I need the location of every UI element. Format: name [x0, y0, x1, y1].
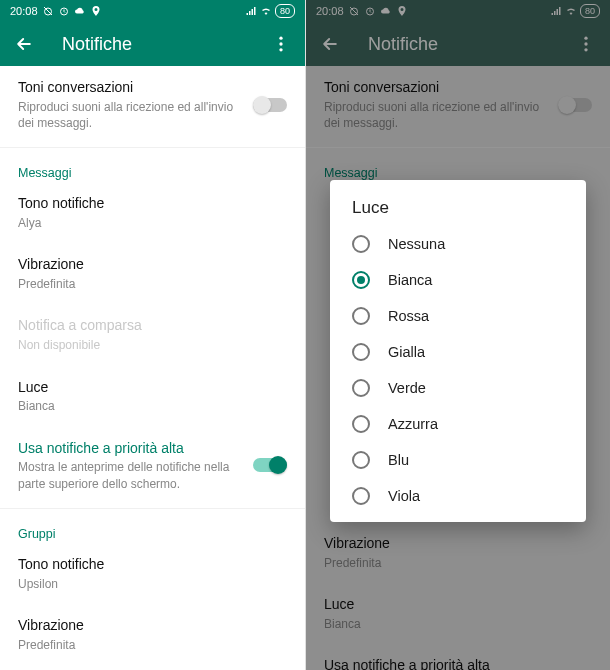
setting-title: Usa notifiche a priorità alta [18, 439, 235, 458]
section-header-messages: Messaggi [0, 152, 305, 182]
setting-value: Predefinita [18, 276, 287, 292]
svg-point-4 [279, 48, 282, 51]
radio-icon [352, 379, 370, 397]
setting-message-popup: Notifica a comparsa Non disponibile [0, 304, 305, 365]
option-viola[interactable]: Viola [330, 478, 586, 514]
toggle-conversation-tones[interactable] [253, 96, 287, 114]
setting-title: Tono notifiche [18, 194, 287, 213]
cloud-icon [74, 5, 86, 17]
location-icon [90, 5, 102, 17]
setting-value: Bianca [18, 398, 287, 414]
setting-message-vibration[interactable]: Vibrazione Predefinita [0, 243, 305, 304]
radio-icon [352, 487, 370, 505]
option-label: Viola [388, 488, 420, 504]
option-blu[interactable]: Blu [330, 442, 586, 478]
overflow-menu-button[interactable] [265, 28, 297, 60]
option-verde[interactable]: Verde [330, 370, 586, 406]
setting-group-vibration[interactable]: Vibrazione Predefinita [0, 604, 305, 665]
option-label: Bianca [388, 272, 432, 288]
radio-icon [352, 451, 370, 469]
radio-icon [352, 235, 370, 253]
setting-title: Tono notifiche [18, 555, 287, 574]
alarm-icon [58, 5, 70, 17]
alarm-off-icon [42, 5, 54, 17]
svg-point-2 [279, 37, 282, 40]
wifi-icon [260, 5, 272, 17]
setting-conversation-tones[interactable]: Toni conversazioni Riproduci suoni alla … [0, 66, 305, 143]
section-header-groups: Gruppi [0, 513, 305, 543]
option-label: Blu [388, 452, 409, 468]
setting-subtitle: Riproduci suoni alla ricezione ed all'in… [18, 99, 235, 131]
status-time: 20:08 [10, 5, 38, 17]
setting-title: Toni conversazioni [18, 78, 235, 97]
dialog-title: Luce [330, 198, 586, 226]
setting-value: Predefinita [18, 637, 287, 653]
svg-point-3 [279, 42, 282, 45]
setting-message-light[interactable]: Luce Bianca [0, 366, 305, 427]
page-title: Notifiche [62, 34, 265, 55]
setting-value: Alya [18, 215, 287, 231]
back-button[interactable] [8, 28, 40, 60]
setting-title: Luce [18, 378, 287, 397]
battery-indicator: 80 [275, 4, 295, 18]
setting-value: Non disponibile [18, 337, 287, 353]
setting-group-tone[interactable]: Tono notifiche Upsilon [0, 543, 305, 604]
light-dialog: Luce Nessuna Bianca Rossa Gialla Verde A… [330, 180, 586, 522]
divider [0, 508, 305, 509]
setting-title: Notifica a comparsa [18, 316, 287, 335]
option-label: Azzurra [388, 416, 438, 432]
setting-title: Vibrazione [18, 616, 287, 635]
phone-right: 20:08 80 Notifiche Toni conv [305, 0, 610, 670]
toggle-message-priority[interactable] [253, 456, 287, 474]
phone-left: 20:08 80 Notifiche Toni conv [0, 0, 305, 670]
option-bianca[interactable]: Bianca [330, 262, 586, 298]
setting-value: Upsilon [18, 576, 287, 592]
option-label: Rossa [388, 308, 429, 324]
option-gialla[interactable]: Gialla [330, 334, 586, 370]
divider [0, 147, 305, 148]
setting-subtitle: Mostra le anteprime delle notifiche nell… [18, 459, 235, 491]
option-label: Gialla [388, 344, 425, 360]
option-label: Nessuna [388, 236, 445, 252]
app-bar: Notifiche [0, 22, 305, 66]
setting-title: Vibrazione [18, 255, 287, 274]
signal-icon [245, 5, 257, 17]
radio-icon [352, 343, 370, 361]
option-label: Verde [388, 380, 426, 396]
radio-icon [352, 307, 370, 325]
status-bar: 20:08 80 [0, 0, 305, 22]
option-rossa[interactable]: Rossa [330, 298, 586, 334]
option-azzurra[interactable]: Azzurra [330, 406, 586, 442]
setting-message-priority[interactable]: Usa notifiche a priorità alta Mostra le … [0, 427, 305, 504]
radio-icon [352, 271, 370, 289]
setting-group-light[interactable]: Luce Bianca [0, 665, 305, 670]
radio-icon [352, 415, 370, 433]
settings-list: Toni conversazioni Riproduci suoni alla … [0, 66, 305, 670]
setting-message-tone[interactable]: Tono notifiche Alya [0, 182, 305, 243]
option-nessuna[interactable]: Nessuna [330, 226, 586, 262]
